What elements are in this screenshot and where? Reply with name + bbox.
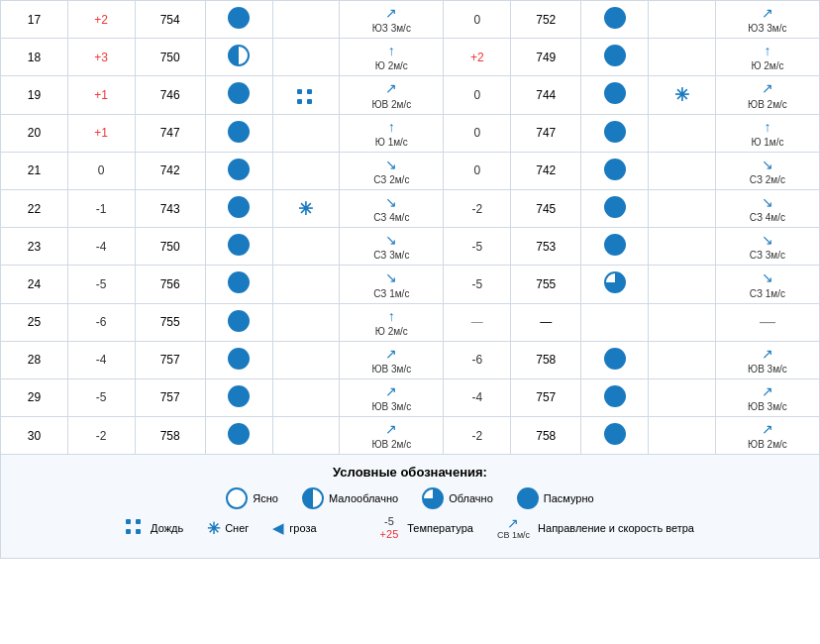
sky-cell bbox=[205, 189, 272, 227]
cloudy-icon bbox=[422, 487, 444, 509]
extra2-cell bbox=[649, 341, 716, 378]
wind-cell: ↗ ЮВ 3м/с bbox=[342, 382, 441, 413]
wind-arrow-icon: ↗ bbox=[385, 345, 397, 363]
table-row: 20 +1 747 ↑ Ю 1м/с 0 747 ↑ Ю 1м/с bbox=[1, 114, 820, 152]
wind2-cell-right: ↗ ЮВ 2м/с bbox=[715, 417, 819, 455]
day-cell: 20 bbox=[1, 114, 68, 152]
sky-cell bbox=[205, 341, 272, 378]
sky-icon bbox=[228, 385, 250, 407]
wind-cell-left: ↘ СЗ 4м/с bbox=[340, 189, 444, 227]
temp-cell: +3 bbox=[67, 39, 135, 76]
legend-temp-pos: +25 bbox=[380, 528, 399, 541]
legend-overcast: Пасмурно bbox=[517, 487, 594, 509]
legend-sky-row: Ясно Малооблачно Облачно Пасмурно bbox=[21, 487, 799, 509]
sky-icon bbox=[228, 234, 250, 256]
wind-arrow-icon: ↗ bbox=[385, 382, 397, 400]
press2-cell: 744 bbox=[511, 76, 581, 114]
legend-clear-label: Ясно bbox=[253, 492, 278, 504]
legend-snow-label: Снег bbox=[225, 522, 249, 534]
wind-arrow-icon: ↗ bbox=[385, 79, 397, 97]
wind-arrow-icon: ↑ bbox=[764, 42, 770, 59]
sky-icon bbox=[228, 310, 250, 332]
weather-table: 17 +2 754 ↗ ЮЗ 3м/с 0 752 ↗ ЮЗ 3м/с 18 +… bbox=[0, 0, 820, 455]
sky-cell bbox=[205, 417, 272, 455]
extra2-cell bbox=[649, 417, 716, 455]
sky-icon bbox=[228, 121, 250, 143]
sky-icon bbox=[228, 348, 250, 370]
sky2-cell bbox=[581, 378, 649, 416]
extra-cell bbox=[272, 152, 340, 189]
wind-arrow-icon: ↗ bbox=[762, 4, 773, 22]
wind-cell: ↑ Ю 2м/с bbox=[718, 42, 817, 72]
wind2-cell-right: ↘ СЗ 1м/с bbox=[715, 266, 819, 303]
wind-speed-legend: СВ 1м/с bbox=[497, 531, 530, 541]
legend-cloudy: Облачно bbox=[422, 487, 493, 509]
wind-cell: ↘ СЗ 1м/с bbox=[718, 268, 817, 299]
extra2-cell bbox=[649, 266, 716, 303]
extra2-cell bbox=[649, 1, 716, 39]
temp-cell: -5 bbox=[67, 266, 135, 303]
extra-cell bbox=[272, 39, 340, 76]
press2-cell: 745 bbox=[511, 189, 581, 227]
rain-icon bbox=[297, 89, 315, 107]
press-cell: 754 bbox=[135, 1, 205, 39]
temp-cell: -4 bbox=[67, 228, 135, 266]
wind-cell-left: ↗ ЮВ 2м/с bbox=[340, 76, 444, 114]
press-cell: 750 bbox=[135, 228, 205, 266]
wind-label: Ю 2м/с bbox=[375, 326, 408, 337]
press-cell: 747 bbox=[135, 114, 205, 152]
wind-cell: ↗ ЮВ 2м/с bbox=[342, 420, 441, 451]
sky2-cell bbox=[581, 1, 649, 39]
wind-cell: ↗ ЮЗ 3м/с bbox=[342, 4, 441, 35]
wind-arrow-icon: ↗ bbox=[762, 420, 773, 438]
wind-cell: ↘ СЗ 2м/с bbox=[342, 156, 441, 186]
table-row: 25 -6 755 ↑ Ю 2м/с — — — bbox=[1, 303, 820, 341]
wind-cell-left: ↗ ЮЗ 3м/с bbox=[340, 1, 444, 39]
temp-cell: -2 bbox=[67, 417, 135, 455]
wind2-cell-right: ↗ ЮВ 2м/с bbox=[715, 76, 819, 114]
press-cell: 743 bbox=[135, 189, 205, 227]
temp2-cell: -4 bbox=[444, 378, 511, 416]
sky-icon bbox=[228, 82, 250, 104]
wind-label: Ю 1м/с bbox=[375, 137, 408, 148]
sky-icon bbox=[604, 234, 626, 256]
sky-cell bbox=[205, 303, 272, 341]
press-cell: 742 bbox=[135, 152, 205, 189]
wind-label: СЗ 4м/с bbox=[373, 212, 409, 223]
legend-partly-cloudy-label: Малооблачно bbox=[329, 492, 398, 504]
temp2-cell: -6 bbox=[444, 341, 511, 378]
day-cell: 18 bbox=[1, 39, 68, 76]
extra-cell bbox=[272, 1, 340, 39]
temp-cell: +1 bbox=[67, 114, 135, 152]
sky-icon bbox=[604, 121, 626, 143]
wind-arrow-icon: ↑ bbox=[764, 118, 770, 136]
temp-cell: 0 bbox=[67, 152, 135, 189]
temp2-cell: 0 bbox=[444, 1, 511, 39]
temp2-cell: -5 bbox=[444, 228, 511, 266]
wind-label: ЮВ 2м/с bbox=[748, 439, 787, 450]
extra-cell bbox=[272, 303, 340, 341]
wind-cell-left: ↑ Ю 2м/с bbox=[340, 303, 444, 341]
clear-icon bbox=[226, 487, 248, 509]
legend-other-row: Дождь ✳ Снег ◀ гроза -5 +25 Температура … bbox=[21, 515, 799, 541]
table-row: 17 +2 754 ↗ ЮЗ 3м/с 0 752 ↗ ЮЗ 3м/с bbox=[1, 1, 820, 39]
temp2-cell: 0 bbox=[444, 152, 511, 189]
wind-cell-left: ↑ Ю 2м/с bbox=[340, 39, 444, 76]
wind-arrow-icon: ↗ bbox=[762, 382, 773, 400]
wind-cell-left: ↘ СЗ 2м/с bbox=[340, 152, 444, 189]
wind-label: СЗ 1м/с bbox=[373, 288, 409, 299]
wind-label: ЮВ 3м/с bbox=[371, 364, 411, 375]
day-cell: 29 bbox=[1, 378, 68, 416]
table-row: 29 -5 757 ↗ ЮВ 3м/с -4 757 ↗ ЮВ 3м/с bbox=[1, 378, 820, 416]
wind-cell: ↗ ЮЗ 3м/с bbox=[718, 4, 817, 35]
extra-cell bbox=[272, 114, 340, 152]
sky-icon bbox=[228, 159, 250, 180]
sky2-cell bbox=[581, 189, 649, 227]
wind-arrow-icon: ↗ bbox=[762, 345, 773, 363]
sky-icon bbox=[228, 271, 250, 293]
wind-label: Ю 2м/с bbox=[751, 60, 783, 71]
wind-label: СЗ 4м/с bbox=[750, 212, 785, 223]
thunder-icon: ◀ bbox=[272, 519, 284, 537]
wind-cell: ↑ Ю 1м/с bbox=[342, 118, 441, 149]
press-cell: 750 bbox=[135, 39, 205, 76]
